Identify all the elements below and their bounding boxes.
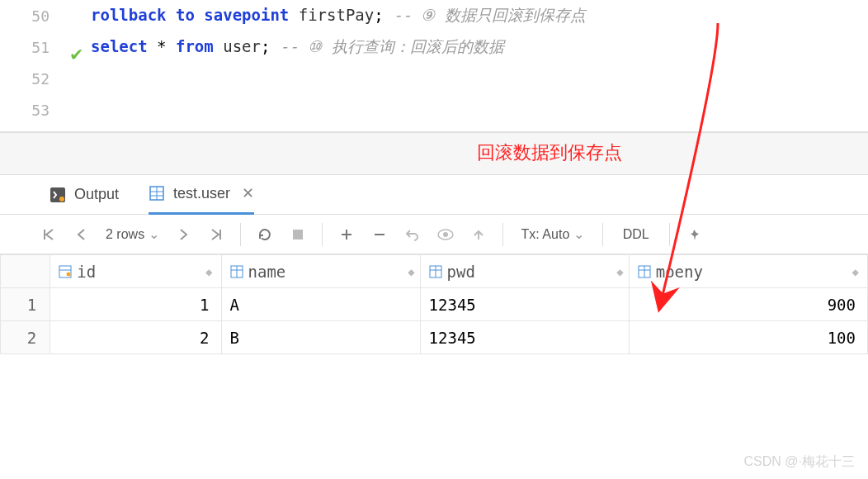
column-header-money[interactable]: moeny◆: [629, 255, 867, 288]
add-row-button[interactable]: [333, 221, 361, 249]
cell[interactable]: 2: [50, 321, 221, 354]
tab-label: Output: [74, 186, 119, 203]
next-page-button[interactable]: [169, 221, 197, 249]
sort-icon: ◆: [616, 265, 620, 278]
svg-point-8: [443, 232, 448, 237]
row-number: 2: [1, 321, 50, 354]
cell[interactable]: 900: [629, 288, 867, 321]
cell[interactable]: 12345: [420, 288, 629, 321]
svg-rect-6: [293, 230, 303, 240]
rownum-header: [1, 255, 50, 288]
first-page-button[interactable]: [35, 221, 63, 249]
column-header-pwd[interactable]: pwd◆: [420, 255, 629, 288]
cell[interactable]: 100: [629, 321, 867, 354]
table-icon: [149, 185, 165, 202]
result-toolbar: 2 rows ⌄ Tx: Auto ⌄ DDL: [0, 215, 868, 254]
chevron-down-icon: ⌄: [573, 227, 584, 241]
tab-output[interactable]: Output: [50, 175, 119, 215]
panel-divider[interactable]: [0, 132, 868, 175]
commit-button[interactable]: [465, 221, 493, 249]
watermark: CSDN @·梅花十三: [744, 453, 855, 471]
sort-icon: ◆: [205, 265, 209, 278]
tab-label: test.user: [173, 185, 230, 202]
code-line: 52: [0, 63, 868, 94]
sort-icon: ◆: [408, 265, 411, 278]
result-grid[interactable]: id◆ name◆ pwd◆ moeny◆ 1 1 A 12345 900 2 …: [0, 254, 868, 354]
svg-point-11: [67, 272, 71, 276]
column-icon: [638, 265, 651, 278]
revert-button[interactable]: [399, 221, 427, 249]
stop-button[interactable]: [284, 221, 312, 249]
line-number: 52: [0, 70, 91, 88]
result-tabs: Output test.user ✕: [0, 175, 868, 215]
row-number: 1: [1, 288, 50, 321]
cell[interactable]: 12345: [420, 321, 629, 354]
ddl-button[interactable]: DDL: [613, 227, 659, 242]
line-number: 50: [0, 7, 91, 25]
console-icon: [50, 187, 66, 203]
column-icon: [230, 265, 243, 278]
cell[interactable]: B: [221, 321, 420, 354]
svg-point-1: [59, 197, 64, 202]
column-icon: [429, 265, 442, 278]
last-page-button[interactable]: [202, 221, 230, 249]
line-number: 51✔: [0, 39, 91, 56]
sort-icon: ◆: [852, 265, 856, 278]
reload-button[interactable]: [251, 221, 279, 249]
annotation-text: 回滚数据到保存点: [477, 140, 622, 165]
key-column-icon: [59, 265, 72, 278]
chevron-down-icon: ⌄: [149, 227, 159, 241]
code-line: 53: [0, 94, 868, 126]
row-count-label[interactable]: 2 rows ⌄: [101, 226, 164, 242]
preview-button[interactable]: [432, 221, 460, 249]
code-line: 51✔ select * from user; -- ⑩ 执行查询：回滚后的数据: [0, 31, 868, 63]
code-line: 50 rollback to savepoint firstPay; -- ⑨ …: [0, 0, 868, 31]
sql-editor[interactable]: 50 rollback to savepoint firstPay; -- ⑨ …: [0, 0, 868, 132]
close-icon[interactable]: ✕: [242, 184, 254, 202]
column-header-id[interactable]: id◆: [50, 255, 221, 288]
executed-check-icon: ✔: [71, 42, 83, 65]
table-row[interactable]: 1 1 A 12345 900: [1, 288, 868, 321]
line-number: 53: [0, 102, 91, 119]
tab-result[interactable]: test.user ✕: [149, 175, 254, 215]
prev-page-button[interactable]: [68, 221, 96, 249]
pin-button[interactable]: [680, 221, 708, 249]
remove-row-button[interactable]: [366, 221, 394, 249]
cell[interactable]: 1: [50, 288, 221, 321]
column-header-name[interactable]: name◆: [221, 255, 420, 288]
cell[interactable]: A: [221, 288, 420, 321]
tx-mode-dropdown[interactable]: Tx: Auto ⌄: [513, 226, 592, 242]
table-row[interactable]: 2 2 B 12345 100: [1, 321, 868, 354]
